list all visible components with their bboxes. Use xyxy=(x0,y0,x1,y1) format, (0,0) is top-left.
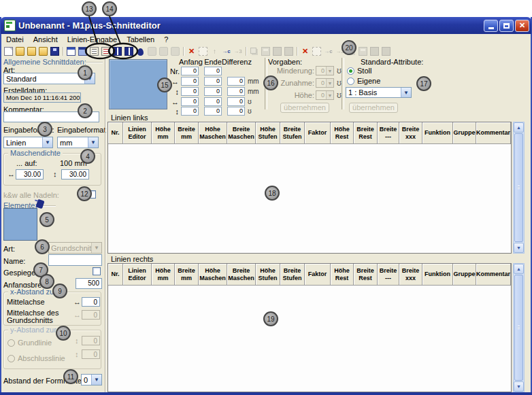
chevron-down-icon[interactable]: ▼ xyxy=(42,137,52,148)
ende-column-header: Ende xyxy=(202,58,224,66)
scroll-up-button[interactable]: ▲ xyxy=(514,264,524,274)
eingabeformat-select-1[interactable]: Linien▼ xyxy=(3,137,53,148)
save-button[interactable] xyxy=(49,46,61,57)
menu-hilfe[interactable]: ? xyxy=(159,35,173,44)
menu-datei[interactable]: Datei xyxy=(1,35,29,44)
maschendichte-breite-input[interactable]: 30.00 xyxy=(16,169,44,179)
view-lines-right-button[interactable] xyxy=(100,46,112,57)
new-document-button[interactable] xyxy=(3,46,14,57)
vorgaben-apply-button: übernehmen xyxy=(280,103,329,113)
scrollbar-thumb[interactable] xyxy=(514,133,523,242)
callout-3: 3 xyxy=(37,122,52,137)
ende-field[interactable]: 0 xyxy=(204,87,222,96)
menu-linien-eingabe[interactable]: Linien-Eingabe xyxy=(63,35,122,44)
anfang-field[interactable]: 0 xyxy=(181,97,199,106)
chevron-down-icon[interactable]: ▼ xyxy=(91,375,101,385)
linien-links-scrollbar[interactable]: ▲ ▼ xyxy=(513,122,525,254)
eingabeformat-select-2[interactable]: mm▼ xyxy=(57,137,99,148)
stoll-radio-label[interactable]: Stoll xyxy=(357,67,371,75)
measure-row-height-mm: ↕ 0 0 0 mm xyxy=(170,87,259,96)
stoll-radio[interactable] xyxy=(347,67,354,75)
maschendichte-title: Maschendichte xyxy=(8,149,63,157)
mittelachse-input[interactable]: 0 xyxy=(82,297,100,307)
attribute-preset-select[interactable]: 1 : Basis▼ xyxy=(346,87,412,98)
col-hoehe-mm: Höhemm xyxy=(152,122,175,144)
view-single-window-button[interactable] xyxy=(65,46,77,57)
scrollbar-thumb[interactable] xyxy=(514,275,523,381)
menu-ansicht[interactable]: Ansicht xyxy=(29,35,63,44)
close-button[interactable]: ✕ xyxy=(515,20,529,32)
maximize-button[interactable] xyxy=(499,20,514,32)
open-shape-button[interactable] xyxy=(26,46,37,57)
eingabeformat-label-2: Eingabeformat: xyxy=(57,126,108,134)
formhaelften-select[interactable]: 0▼ xyxy=(81,374,102,385)
eigene-radio[interactable] xyxy=(347,78,354,85)
maschendichte-hoehe-input[interactable]: 30.00 xyxy=(61,169,89,179)
differenz-field: 0 xyxy=(227,77,245,86)
open-pattern-button[interactable] xyxy=(14,46,26,57)
col-hoehe-maschen: HöheMaschen xyxy=(199,264,227,286)
col-funktion: Funktion xyxy=(422,264,453,286)
delete-attributes-button[interactable] xyxy=(299,46,311,57)
ende-field[interactable]: 0 xyxy=(204,67,222,75)
grundlinie-input: 0 xyxy=(82,336,100,345)
view-columns-right-button[interactable] xyxy=(123,46,135,57)
open-recent-button[interactable] xyxy=(37,46,49,57)
ende-field[interactable]: 0 xyxy=(204,97,222,106)
restore-attributes-button xyxy=(380,46,392,57)
save-lines-button xyxy=(271,46,283,57)
separator xyxy=(342,58,344,109)
callout-6: 6 xyxy=(35,239,50,254)
stitch-icon: ʊ xyxy=(337,90,342,100)
vorgaben-select: 0▼ xyxy=(316,78,334,88)
callout-15: 15 xyxy=(157,78,172,92)
eigene-radio-label[interactable]: Eigene xyxy=(357,77,380,85)
anfang-field[interactable]: 0 xyxy=(181,67,199,75)
chevron-down-icon[interactable]: ▼ xyxy=(88,137,98,148)
anfang-field[interactable]: 0 xyxy=(181,77,199,86)
menu-tabellen[interactable]: Tabellen xyxy=(122,35,159,44)
anfang-field[interactable]: 0 xyxy=(181,87,199,96)
measure-row-label: ↕ xyxy=(170,107,179,116)
measure-row-label: ↔ xyxy=(170,98,179,106)
col-breite-strich: Breite--- xyxy=(378,264,399,286)
main-area: Anfang Ende Differenz Nr. 0 0 ↔ 0 0 0 mm… xyxy=(106,58,531,392)
callout-4: 4 xyxy=(80,149,95,164)
scroll-down-button[interactable]: ▼ xyxy=(514,243,524,253)
erstelldatum-field: Mon Dec 10 11:16:41 2007 xyxy=(3,92,81,103)
view-columns-left-button[interactable] xyxy=(112,46,123,57)
replace-line-button[interactable] xyxy=(220,46,232,57)
element-name-input[interactable] xyxy=(48,254,102,266)
callout-14: 14 xyxy=(102,1,117,16)
table-body-left[interactable] xyxy=(108,144,511,253)
width-arrow-icon: ↔ xyxy=(7,170,15,178)
anfangsbreite-input[interactable]: 500 xyxy=(76,278,102,289)
differenz-field: 0 xyxy=(227,107,245,116)
col-breite-rest: BreiteRest xyxy=(354,264,378,286)
scroll-up-button[interactable]: ▲ xyxy=(514,122,524,133)
fill-tool-button[interactable] xyxy=(135,46,146,57)
mittelachse-label: Mittelachse xyxy=(7,298,45,306)
height-arrow-icon: ↕ xyxy=(75,350,79,358)
linien-rechts-scrollbar[interactable]: ▲ ▼ xyxy=(513,263,525,392)
view-split-window-button[interactable] xyxy=(77,46,88,57)
move-up-button xyxy=(209,46,220,57)
chevron-down-icon: ▼ xyxy=(326,67,333,75)
chevron-down-icon[interactable]: ▼ xyxy=(401,88,411,97)
gespiegelt-checkbox[interactable] xyxy=(93,267,101,275)
ende-field[interactable]: 0 xyxy=(204,77,222,86)
view-lines-left-button[interactable] xyxy=(88,46,100,57)
col-linien-editor: LinienEditor xyxy=(123,122,152,144)
delete-line-button[interactable] xyxy=(186,46,197,57)
ende-field[interactable]: 0 xyxy=(204,107,222,116)
table-body-right[interactable] xyxy=(108,286,511,392)
anfang-field[interactable]: 0 xyxy=(181,107,199,116)
screenshot-page: Unbenannt - M1plus-Schnitteditor ✕ Datei… xyxy=(0,0,532,395)
col-gruppe: Gruppe xyxy=(453,264,476,286)
col-breite-maschen: BreiteMaschen xyxy=(227,122,256,144)
measure-row-width-mm: ↔ 0 0 0 mm xyxy=(170,77,259,86)
scroll-down-button[interactable]: ▼ xyxy=(514,381,524,392)
minimize-button[interactable] xyxy=(484,20,498,32)
unit-label: mm xyxy=(248,88,259,95)
element-preview-swatch[interactable] xyxy=(3,208,37,241)
